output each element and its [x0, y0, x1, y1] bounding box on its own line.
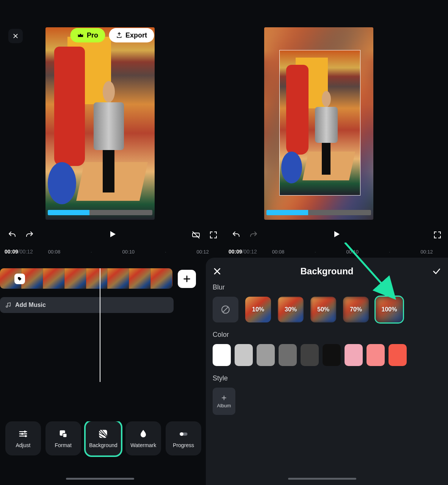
svg-rect-5 — [63, 433, 67, 438]
tool-background[interactable]: Background — [86, 421, 121, 455]
svg-point-8 — [180, 432, 183, 436]
color-swatch-8[interactable] — [388, 344, 407, 366]
time-total-left: /00:12 — [18, 249, 33, 255]
video-preview-left[interactable]: Description — [45, 27, 155, 220]
export-button[interactable]: Export — [109, 28, 154, 42]
video-preview-right[interactable]: Description — [264, 27, 373, 220]
time-current-right: 00:09 — [229, 249, 242, 255]
export-label: Export — [125, 31, 147, 39]
format-icon — [58, 429, 69, 439]
tool-watermark[interactable]: Watermark — [125, 421, 161, 455]
svg-point-3 — [25, 435, 27, 437]
watermark-icon — [138, 429, 149, 439]
color-swatch-2[interactable] — [257, 344, 275, 366]
color-swatch-1[interactable] — [235, 344, 253, 366]
blur-100[interactable]: 100% — [376, 297, 403, 322]
album-label: Album — [217, 403, 231, 408]
blur-none[interactable] — [213, 297, 238, 322]
adjust-icon — [18, 429, 28, 439]
svg-point-2 — [21, 433, 23, 435]
color-swatch-6[interactable] — [345, 344, 363, 366]
color-section-label: Color — [213, 331, 441, 339]
fullscreen-button[interactable] — [209, 230, 218, 239]
crown-icon — [77, 32, 84, 39]
undo-button[interactable] — [7, 230, 17, 239]
music-icon — [5, 302, 11, 308]
panel-close-button[interactable] — [213, 267, 222, 276]
add-clip-button[interactable] — [178, 270, 196, 288]
color-swatch-7[interactable] — [367, 344, 385, 366]
play-icon — [332, 230, 341, 239]
tool-format[interactable]: Format — [45, 421, 81, 455]
clip-link-badge[interactable] — [14, 274, 25, 284]
progress-icon — [178, 429, 189, 439]
play-button-right[interactable] — [332, 230, 341, 240]
tool-adjust-label: Adjust — [16, 442, 30, 448]
time-total-right: /00:12 — [242, 249, 257, 255]
tool-progress-label: Progress — [173, 442, 194, 448]
pro-label: Pro — [87, 31, 98, 39]
blur-30[interactable]: 30% — [278, 297, 304, 322]
timeline-clips[interactable] — [0, 268, 172, 289]
timeline-ticks-right: 00:08 · 00:10 · 00:12 — [257, 249, 448, 255]
export-icon — [116, 32, 122, 39]
svg-point-1 — [24, 431, 26, 433]
time-current-left: 00:09 — [5, 249, 18, 255]
background-icon — [98, 429, 108, 439]
plus-icon — [183, 275, 191, 283]
tool-progress[interactable]: Progress — [166, 421, 201, 455]
redo-button[interactable] — [24, 230, 35, 239]
tool-format-label: Format — [55, 442, 72, 448]
album-button[interactable]: Album — [213, 388, 235, 415]
color-swatch-4[interactable] — [301, 344, 319, 366]
blur-50[interactable]: 50% — [310, 297, 336, 322]
redo-button-right[interactable] — [248, 230, 259, 239]
pro-button[interactable]: Pro — [70, 28, 105, 42]
plus-icon — [221, 394, 227, 401]
tag-icon — [17, 276, 22, 282]
tool-background-label: Background — [89, 442, 117, 448]
add-music-row[interactable]: Add Music — [0, 297, 174, 313]
undo-button-right[interactable] — [231, 230, 241, 239]
hdr-off-icon[interactable] — [191, 230, 201, 239]
play-button[interactable] — [108, 230, 117, 240]
blur-section-label: Blur — [213, 283, 441, 291]
tool-watermark-label: Watermark — [130, 442, 156, 448]
panel-title: Background — [300, 266, 353, 277]
color-swatch-0[interactable] — [213, 344, 231, 366]
none-icon — [221, 305, 230, 314]
timeline-ticks-left: 00:08 · 00:10 · 00:12 — [33, 249, 224, 255]
close-icon — [13, 33, 19, 39]
home-indicator — [288, 478, 356, 480]
fullscreen-button-right[interactable] — [433, 230, 442, 239]
close-button[interactable] — [8, 29, 23, 43]
playhead[interactable] — [100, 268, 100, 382]
panel-confirm-button[interactable] — [432, 267, 441, 276]
style-section-label: Style — [213, 374, 441, 382]
crop-frame[interactable] — [279, 50, 360, 196]
play-icon — [108, 230, 117, 239]
color-swatch-3[interactable] — [279, 344, 297, 366]
add-music-label: Add Music — [15, 302, 46, 308]
color-swatch-5[interactable] — [323, 344, 341, 366]
home-indicator — [66, 478, 134, 480]
blur-70[interactable]: 70% — [343, 297, 369, 322]
background-panel: Background Blur 10% 30% 50% 70% 100% Col… — [206, 258, 448, 485]
tool-adjust[interactable]: Adjust — [5, 421, 41, 455]
blur-10[interactable]: 10% — [245, 297, 271, 322]
